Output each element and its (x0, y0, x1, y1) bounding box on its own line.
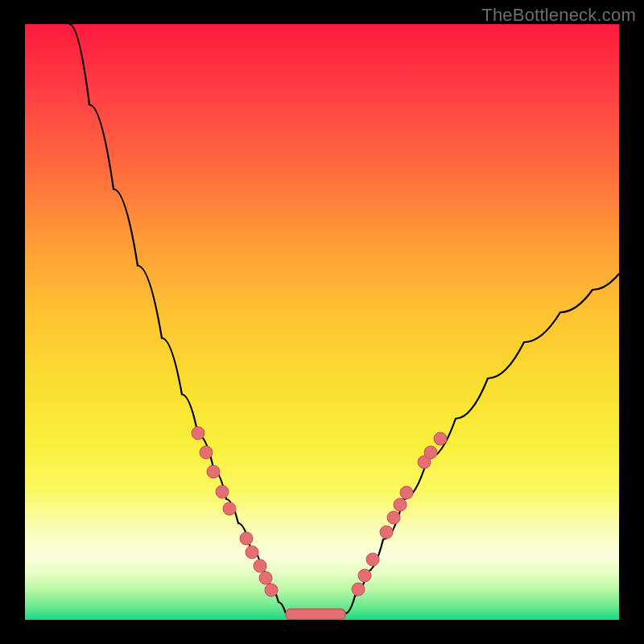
chart-frame: TheBottleneck.com (0, 0, 644, 644)
data-dot (254, 559, 266, 572)
watermark-text: TheBottleneck.com (481, 5, 636, 26)
curve-layer (25, 24, 619, 620)
data-dot (394, 498, 407, 511)
data-dot (434, 432, 447, 445)
data-dot (387, 511, 400, 524)
data-dot (246, 546, 258, 559)
data-dot (400, 486, 413, 499)
data-dot (352, 583, 365, 596)
plot-area (25, 24, 619, 620)
data-dot (259, 572, 272, 584)
data-dot (366, 553, 379, 566)
flat-band (286, 609, 345, 620)
data-dot (207, 465, 220, 478)
data-dot (265, 584, 278, 597)
data-dot (380, 526, 393, 539)
data-dot (424, 446, 437, 459)
right-curve-path (345, 274, 619, 613)
data-dot (240, 532, 253, 545)
dots-right-group (352, 432, 447, 596)
data-dot (200, 446, 213, 459)
data-dot (223, 502, 236, 515)
left-curve-path (69, 24, 286, 613)
data-dot (216, 485, 229, 498)
data-dot (358, 569, 371, 582)
data-dot (192, 427, 204, 440)
